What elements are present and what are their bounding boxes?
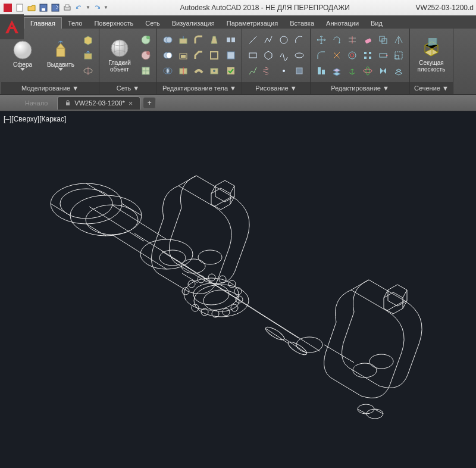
mesh-less-icon[interactable]	[139, 48, 153, 63]
new-tab-button[interactable]: +	[143, 97, 156, 109]
offset-icon[interactable]	[345, 48, 359, 63]
rotate-icon[interactable]	[330, 33, 344, 47]
fillet-icon[interactable]	[314, 48, 328, 63]
polysolid-icon[interactable]	[81, 33, 95, 47]
tab-parametric[interactable]: Параметризация	[221, 18, 284, 29]
line-icon[interactable]	[246, 33, 260, 47]
svg-rect-47	[369, 57, 371, 59]
3dscale-icon[interactable]	[392, 64, 406, 78]
fillet-edge-icon[interactable]	[192, 33, 206, 47]
panel-title-draw[interactable]: Рисование ▼	[242, 82, 310, 94]
panel-title-modeling[interactable]: Моделирование ▼	[1, 82, 99, 94]
tab-solid[interactable]: Тело	[62, 18, 89, 29]
3dmove-icon[interactable]	[345, 64, 359, 78]
open-icon[interactable]	[26, 2, 37, 13]
chamfer-edge-icon[interactable]	[192, 48, 206, 63]
explode-icon[interactable]	[330, 48, 344, 63]
panel-title-modify[interactable]: Редактирование ▼	[311, 82, 409, 94]
polygon-icon[interactable]	[261, 48, 275, 63]
panel-title-mesh[interactable]: Сеть ▼	[99, 82, 156, 94]
smooth-object-button[interactable]: Гладкий объект	[103, 31, 136, 80]
viewport-controls-label[interactable]: [–][Сверху][Каркас]	[4, 115, 66, 123]
align-icon[interactable]	[314, 64, 328, 78]
offset-face-icon[interactable]	[176, 48, 190, 63]
undo-icon[interactable]	[74, 2, 84, 13]
slice-icon[interactable]	[176, 64, 190, 78]
point-icon[interactable]	[277, 64, 291, 78]
trim-icon[interactable]	[345, 33, 359, 47]
revolve-icon[interactable]	[81, 64, 95, 78]
scale-icon[interactable]	[392, 48, 406, 63]
svg-point-42	[349, 52, 356, 59]
ellipse-icon[interactable]	[292, 48, 306, 63]
circle-icon[interactable]	[277, 33, 291, 47]
svg-rect-44	[364, 52, 367, 54]
check-icon[interactable]	[224, 64, 238, 78]
helix-icon[interactable]	[261, 64, 275, 78]
plot-icon[interactable]	[62, 2, 73, 13]
spline-icon[interactable]	[277, 48, 291, 63]
model-viewport[interactable]: [–][Сверху][Каркас]	[0, 111, 476, 468]
3dmirror-icon[interactable]	[376, 64, 390, 78]
svg-point-12	[146, 36, 150, 39]
new-icon[interactable]	[14, 2, 25, 13]
svg-point-83	[188, 280, 195, 288]
tab-surface[interactable]: Поверхность	[88, 18, 139, 29]
clean-icon[interactable]	[224, 48, 238, 63]
tab-home[interactable]: Главная	[24, 17, 62, 29]
tab-mesh[interactable]: Сеть	[139, 18, 165, 29]
redo-icon[interactable]	[92, 2, 102, 13]
svg-rect-32	[227, 52, 234, 59]
polyline-icon[interactable]	[261, 33, 275, 47]
separate-icon[interactable]	[224, 33, 238, 47]
document-tab-bar: Начало VW252-03-1200* × +	[0, 95, 476, 111]
erase-icon[interactable]	[361, 33, 375, 47]
subtract-icon[interactable]	[161, 48, 175, 63]
svg-point-53	[364, 69, 372, 73]
svg-rect-30	[227, 38, 230, 42]
extrude-button[interactable]: Выдавить	[43, 31, 79, 80]
shell-icon[interactable]	[207, 48, 221, 63]
3dalign-icon[interactable]	[330, 64, 344, 78]
saveas-icon[interactable]	[50, 2, 61, 13]
imprint-icon[interactable]	[207, 64, 221, 78]
array-icon[interactable]	[361, 48, 375, 63]
rectangle-icon[interactable]	[246, 48, 260, 63]
svg-point-36	[295, 53, 303, 58]
taper-face-icon[interactable]	[207, 33, 221, 47]
panel-title-solidedit[interactable]: Редактирование тела ▼	[157, 82, 242, 94]
section-plane-button[interactable]: Секущая плоскость	[414, 31, 449, 80]
ribbon: Сфера Выдавить Моделирование ▼ Гладкий о…	[0, 29, 476, 95]
save-icon[interactable]	[38, 2, 49, 13]
tab-visualize[interactable]: Визуализация	[166, 18, 221, 29]
mesh-refine-icon[interactable]	[139, 64, 153, 78]
thicken-icon[interactable]	[192, 64, 206, 78]
mesh-more-icon[interactable]	[139, 33, 153, 47]
app-logo[interactable]	[0, 14, 24, 39]
presspull-icon[interactable]	[81, 48, 95, 63]
arc-icon[interactable]	[292, 33, 306, 47]
tab-current-document[interactable]: VW252-03-1200* ×	[57, 96, 140, 110]
intersect-icon[interactable]	[161, 64, 175, 78]
svg-point-81	[203, 290, 239, 311]
region-icon[interactable]	[292, 64, 306, 78]
union-icon[interactable]	[161, 33, 175, 47]
tab-annotate[interactable]: Аннотации	[320, 18, 365, 29]
mirror-icon[interactable]	[392, 33, 406, 47]
panel-title-section[interactable]: Сечение ▼	[410, 82, 453, 94]
svg-rect-18	[180, 39, 187, 43]
svg-point-37	[283, 70, 285, 72]
close-tab-icon[interactable]: ×	[129, 99, 133, 108]
tab-start[interactable]: Начало	[18, 96, 55, 110]
svg-point-109	[358, 404, 374, 414]
stretch-icon[interactable]	[376, 48, 390, 63]
tab-insert[interactable]: Вставка	[284, 18, 320, 29]
app-menu-icon[interactable]	[2, 2, 13, 13]
tab-view[interactable]: Вид	[365, 18, 389, 29]
3drotate-icon[interactable]	[361, 64, 375, 78]
copy-icon[interactable]	[376, 33, 390, 47]
3dpoly-icon[interactable]	[246, 64, 260, 78]
move-icon[interactable]	[314, 33, 328, 47]
extrude-face-icon[interactable]	[176, 33, 190, 47]
model-wireframe	[30, 129, 458, 463]
